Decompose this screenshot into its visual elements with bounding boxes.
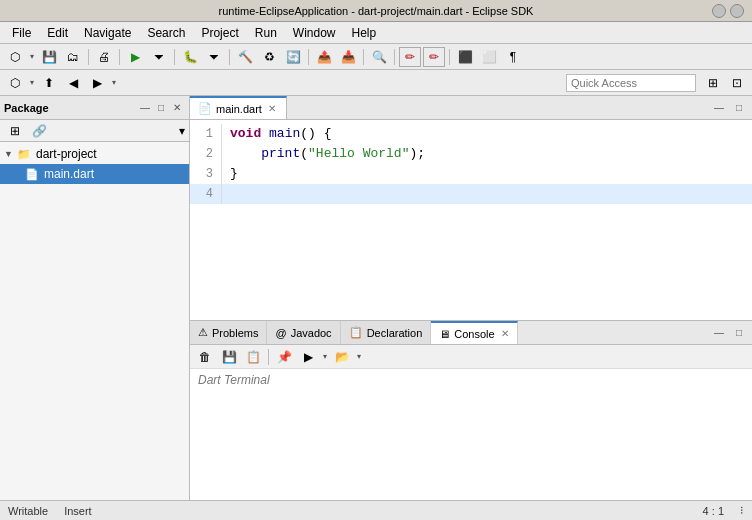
search-btn[interactable]: 🔍 — [368, 47, 390, 67]
file-name: main.dart — [44, 167, 94, 181]
import-btn[interactable]: 📥 — [337, 47, 359, 67]
new-btn[interactable]: ⬡ — [4, 47, 26, 67]
panel-tab-problems[interactable]: ⚠ Problems — [190, 321, 267, 344]
open-perspective-btn[interactable]: ⊡ — [726, 73, 748, 93]
editor-minimize[interactable]: — — [710, 99, 728, 117]
debug-dropdown-btn[interactable]: ⏷ — [203, 47, 225, 67]
sidebar-title: Package — [4, 102, 137, 114]
code-line-2: 2 print("Hello World"); — [190, 144, 752, 164]
console-clear-btn[interactable]: 🗑 — [194, 347, 216, 367]
console-run-dropdown[interactable]: ▾ — [321, 347, 329, 367]
minimize-btn[interactable] — [712, 4, 726, 18]
perspective-btn[interactable]: ⊞ — [702, 73, 724, 93]
tb-separator-1 — [88, 49, 89, 65]
panel-tab-console[interactable]: 🖥 Console ✕ — [431, 321, 517, 344]
javadoc-label: Javadoc — [291, 327, 332, 339]
panel-maximize[interactable]: □ — [730, 324, 748, 342]
editor-tabs: 📄 main.dart ✕ — □ — [190, 96, 752, 120]
sidebar-close[interactable]: ✕ — [169, 100, 185, 116]
menu-edit[interactable]: Edit — [39, 24, 76, 42]
up-btn[interactable]: ⬆ — [38, 73, 60, 93]
code-content-2: print("Hello World"); — [230, 144, 425, 164]
line-num-2: 2 — [190, 144, 222, 164]
console-text: Dart Terminal — [198, 373, 270, 387]
code-content-3: } — [230, 164, 238, 184]
console-sep-1 — [268, 349, 269, 365]
save-all-btn[interactable]: 🗂 — [62, 47, 84, 67]
tab-file-icon: 📄 — [198, 102, 212, 115]
tab-filename: main.dart — [216, 103, 262, 115]
declaration-label: Declaration — [367, 327, 423, 339]
tb-separator-5 — [308, 49, 309, 65]
editor-maximize[interactable]: □ — [730, 99, 748, 117]
menu-help[interactable]: Help — [344, 24, 385, 42]
console-open-btn[interactable]: 📂 — [331, 347, 353, 367]
status-menu-icon[interactable]: ⁝ — [740, 504, 744, 517]
bottom-panel: ⚠ Problems @ Javadoc 📋 Declaration 🖥 Con… — [190, 320, 752, 500]
menu-navigate[interactable]: Navigate — [76, 24, 139, 42]
panel-minimize[interactable]: — — [710, 324, 728, 342]
edit1-btn[interactable]: ✏ — [399, 47, 421, 67]
tb-separator-6 — [363, 49, 364, 65]
nav-dropdown[interactable]: ▾ — [110, 73, 118, 93]
tb-separator-7 — [394, 49, 395, 65]
app-title: runtime-EclipseApplication - dart-projec… — [219, 5, 534, 17]
sidebar-header: Package — □ ✕ — [0, 96, 189, 120]
prev-edit-btn[interactable]: ⬛ — [454, 47, 476, 67]
sidebar-view-menu[interactable]: ▾ — [179, 124, 185, 138]
tb-separator-2 — [119, 49, 120, 65]
quick-access-input[interactable] — [566, 74, 696, 92]
console-copy-btn[interactable]: 📋 — [242, 347, 264, 367]
prev-btn[interactable]: ⬡ — [4, 73, 26, 93]
console-pin-btn[interactable]: 📌 — [273, 347, 295, 367]
refresh2-btn[interactable]: 🔄 — [282, 47, 304, 67]
next-edit-btn[interactable]: ⬜ — [478, 47, 500, 67]
tb-separator-4 — [229, 49, 230, 65]
menu-window[interactable]: Window — [285, 24, 344, 42]
code-editor[interactable]: 1 void main() { 2 print("Hello World"); … — [190, 120, 752, 320]
print-btn[interactable]: 🖨 — [93, 47, 115, 67]
sidebar-minimize[interactable]: — — [137, 100, 153, 116]
build-btn[interactable]: 🔨 — [234, 47, 256, 67]
console-run-btn[interactable]: ▶ — [297, 347, 319, 367]
run-last-btn[interactable]: ▶ — [124, 47, 146, 67]
new-dropdown[interactable]: ▾ — [28, 47, 36, 67]
forward-btn[interactable]: ▶ — [86, 73, 108, 93]
sidebar-tree: ▼ 📁 dart-project 📄 main.dart — [0, 142, 189, 500]
refresh-btn[interactable]: ♻ — [258, 47, 280, 67]
back-btn[interactable]: ◀ — [62, 73, 84, 93]
editor-tab-main-dart[interactable]: 📄 main.dart ✕ — [190, 96, 287, 119]
sidebar-collapse-all[interactable]: ⊞ — [4, 121, 26, 141]
panel-tab-declaration[interactable]: 📋 Declaration — [341, 321, 432, 344]
para-btn[interactable]: ¶ — [502, 47, 524, 67]
quick-access-container — [566, 74, 696, 92]
export-btn[interactable]: 📤 — [313, 47, 335, 67]
line-num-4: 4 — [190, 184, 222, 204]
line-num-3: 3 — [190, 164, 222, 184]
menu-run[interactable]: Run — [247, 24, 285, 42]
edit2-btn[interactable]: ✏ — [423, 47, 445, 67]
menu-file[interactable]: File — [4, 24, 39, 42]
code-content-1: void main() { — [230, 124, 331, 144]
tree-root-project[interactable]: ▼ 📁 dart-project — [0, 144, 189, 164]
prev-dropdown[interactable]: ▾ — [28, 73, 36, 93]
console-close-icon[interactable]: ✕ — [501, 328, 509, 339]
tab-close-btn[interactable]: ✕ — [266, 103, 278, 115]
close-btn[interactable] — [730, 4, 744, 18]
menu-search[interactable]: Search — [139, 24, 193, 42]
sidebar-maximize[interactable]: □ — [153, 100, 169, 116]
run-dropdown-btn[interactable]: ⏷ — [148, 47, 170, 67]
panel-tab-javadoc[interactable]: @ Javadoc — [267, 321, 340, 344]
console-save-btn[interactable]: 💾 — [218, 347, 240, 367]
code-line-3: 3 } — [190, 164, 752, 184]
menu-project[interactable]: Project — [193, 24, 246, 42]
code-line-1: 1 void main() { — [190, 124, 752, 144]
menu-bar: File Edit Navigate Search Project Run Wi… — [0, 22, 752, 44]
debug-btn[interactable]: 🐛 — [179, 47, 201, 67]
panel-tab-controls: — □ — [710, 321, 752, 344]
save-btn[interactable]: 💾 — [38, 47, 60, 67]
console-toolbar: 🗑 💾 📋 📌 ▶ ▾ 📂 ▾ — [190, 345, 752, 369]
console-open-dropdown[interactable]: ▾ — [355, 347, 363, 367]
tree-file-main[interactable]: 📄 main.dart — [0, 164, 189, 184]
sidebar-link[interactable]: 🔗 — [28, 121, 50, 141]
